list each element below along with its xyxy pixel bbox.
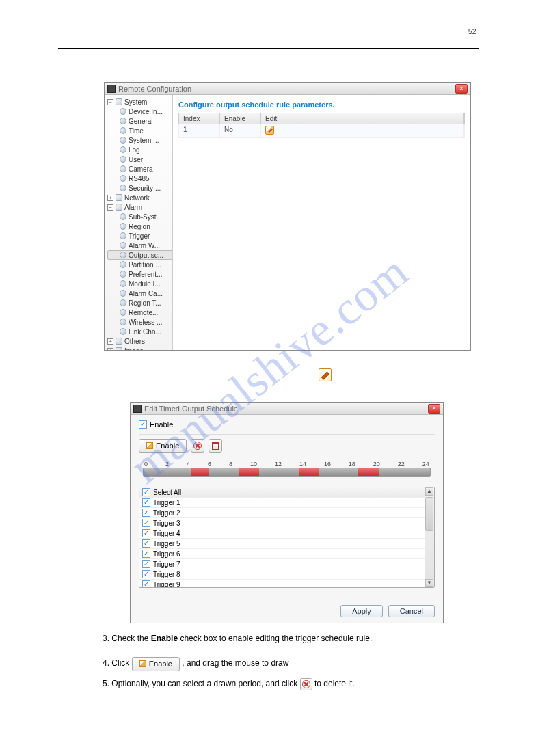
remote-config-window: Remote Configuration × −System Device In… bbox=[104, 82, 471, 351]
trigger-label: Trigger 2 bbox=[153, 509, 180, 517]
header-rule bbox=[58, 48, 479, 49]
tree-item[interactable]: Camera bbox=[107, 164, 172, 174]
pencil-icon bbox=[139, 660, 146, 667]
delete-segment-button[interactable] bbox=[191, 439, 204, 453]
select-all-row[interactable]: Select All bbox=[139, 487, 434, 498]
tree-item[interactable]: User bbox=[107, 154, 172, 164]
titlebar: Remote Configuration × bbox=[105, 83, 470, 95]
trigger-row[interactable]: Trigger 3 bbox=[139, 518, 434, 528]
trigger-checkbox[interactable] bbox=[142, 519, 150, 527]
trigger-checkbox[interactable] bbox=[142, 560, 150, 568]
trigger-row[interactable]: Trigger 2 bbox=[139, 508, 434, 518]
content-panel: Configure output schedule rule parameter… bbox=[173, 95, 470, 350]
trigger-checkbox[interactable] bbox=[142, 550, 150, 558]
timeline-ticks: 024 6810 121416 182022 24 bbox=[143, 461, 431, 468]
trigger-list[interactable]: Select All Trigger 1Trigger 2Trigger 3Tr… bbox=[139, 487, 435, 588]
timeline-segment[interactable] bbox=[358, 468, 378, 476]
scroll-thumb[interactable] bbox=[425, 497, 433, 531]
apply-button[interactable]: Apply bbox=[340, 605, 383, 617]
titlebar: Edit Timed Output Schedule × bbox=[131, 403, 443, 415]
trash-icon bbox=[212, 442, 219, 450]
trigger-checkbox[interactable] bbox=[142, 539, 150, 548]
trigger-checkbox[interactable] bbox=[142, 509, 150, 517]
tree-item[interactable]: Alarm W... bbox=[107, 241, 172, 250]
trigger-row[interactable]: Trigger 6 bbox=[139, 549, 434, 559]
edit-icon[interactable] bbox=[265, 126, 274, 135]
trigger-checkbox[interactable] bbox=[142, 498, 150, 507]
tree-item[interactable]: General bbox=[107, 116, 172, 126]
tree-item[interactable]: Alarm Ca... bbox=[107, 288, 172, 298]
timeline-segment[interactable] bbox=[239, 468, 259, 476]
tree-item[interactable]: Sub-Syst... bbox=[107, 212, 172, 221]
trigger-row[interactable]: Trigger 9 bbox=[139, 580, 434, 588]
enable-button-inline: Enable bbox=[132, 657, 180, 671]
table-header: Index Enable Edit bbox=[178, 113, 465, 124]
app-icon bbox=[107, 85, 116, 93]
col-enable: Enable bbox=[220, 113, 261, 124]
page-number: 52 bbox=[468, 27, 476, 36]
tree-item[interactable]: Link Cha... bbox=[107, 327, 172, 336]
enable-checkbox-row[interactable]: Enable bbox=[139, 420, 435, 429]
trigger-checkbox[interactable] bbox=[142, 570, 150, 578]
select-all-checkbox[interactable] bbox=[142, 488, 150, 496]
edit-icon bbox=[319, 368, 332, 381]
trigger-row[interactable]: Trigger 4 bbox=[139, 528, 434, 539]
tree-item[interactable]: Time bbox=[107, 126, 172, 135]
timeline-segment[interactable] bbox=[299, 468, 319, 476]
tree-item[interactable]: Partition ... bbox=[107, 260, 172, 269]
app-icon bbox=[133, 405, 142, 413]
tree-item[interactable]: Log bbox=[107, 145, 172, 154]
tree-node-alarm[interactable]: −Alarm bbox=[107, 202, 172, 212]
col-index: Index bbox=[179, 113, 220, 124]
tree-item[interactable]: Device In... bbox=[107, 107, 172, 116]
enable-button[interactable]: Enable bbox=[139, 439, 187, 453]
close-icon[interactable]: × bbox=[455, 84, 468, 94]
tree-item[interactable]: Remote... bbox=[107, 308, 172, 317]
cell-index: 1 bbox=[179, 124, 220, 137]
enable-label: Enable bbox=[150, 420, 173, 429]
cancel-button[interactable]: Cancel bbox=[388, 605, 435, 617]
trigger-label: Trigger 1 bbox=[153, 499, 180, 507]
delete-icon bbox=[193, 442, 202, 450]
tree-item[interactable]: Region T... bbox=[107, 298, 172, 308]
window-title: Edit Timed Output Schedule bbox=[144, 405, 238, 413]
trigger-label: Trigger 9 bbox=[153, 581, 180, 589]
trigger-checkbox[interactable] bbox=[142, 580, 150, 588]
step-5-text: 5. Optionally, you can select a drawn pe… bbox=[103, 677, 472, 690]
tree-node-network[interactable]: +Network bbox=[107, 193, 172, 202]
scroll-up-icon[interactable]: ▲ bbox=[425, 487, 433, 496]
tree-item-selected[interactable]: Output sc... bbox=[107, 250, 172, 260]
tree-item[interactable]: System ... bbox=[107, 135, 172, 145]
tree-node-image[interactable]: +Image bbox=[107, 346, 172, 350]
table-row[interactable]: 1 No bbox=[178, 124, 465, 138]
timeline-segment[interactable] bbox=[191, 468, 209, 476]
trigger-label: Trigger 3 bbox=[153, 519, 180, 527]
trigger-row[interactable]: Trigger 8 bbox=[139, 569, 434, 580]
trigger-checkbox[interactable] bbox=[142, 529, 150, 537]
tree-item[interactable]: Trigger bbox=[107, 231, 172, 241]
step-3-text: 3. Check the Enable check box to enable … bbox=[103, 632, 472, 671]
tree-item[interactable]: Region bbox=[107, 221, 172, 231]
tree-item[interactable]: RS485 bbox=[107, 174, 172, 183]
enable-checkbox[interactable] bbox=[139, 420, 147, 429]
timeline-bar[interactable] bbox=[143, 468, 431, 477]
tree-item[interactable]: Module I... bbox=[107, 279, 172, 288]
cell-edit[interactable] bbox=[261, 124, 464, 137]
scrollbar[interactable]: ▲ ▼ bbox=[425, 487, 434, 587]
trigger-row[interactable]: Trigger 5 bbox=[139, 539, 434, 549]
tree-node-system[interactable]: −System bbox=[107, 97, 172, 107]
tree-item[interactable]: Security ... bbox=[107, 183, 172, 193]
tree-item[interactable]: Preferent... bbox=[107, 269, 172, 279]
trigger-label: Trigger 8 bbox=[153, 571, 180, 578]
trigger-row[interactable]: Trigger 1 bbox=[139, 498, 434, 508]
scroll-down-icon[interactable]: ▼ bbox=[425, 579, 433, 587]
close-icon[interactable]: × bbox=[428, 404, 440, 414]
tree-item[interactable]: Wireless ... bbox=[107, 317, 172, 327]
clear-all-button[interactable] bbox=[209, 439, 222, 453]
trigger-label: Trigger 6 bbox=[153, 550, 180, 558]
panel-title: Configure output schedule rule parameter… bbox=[178, 100, 465, 109]
timeline[interactable]: 024 6810 121416 182022 24 bbox=[139, 458, 435, 480]
nav-tree[interactable]: −System Device In... General Time System… bbox=[105, 95, 173, 350]
tree-node-others[interactable]: +Others bbox=[107, 336, 172, 346]
trigger-row[interactable]: Trigger 7 bbox=[139, 559, 434, 569]
